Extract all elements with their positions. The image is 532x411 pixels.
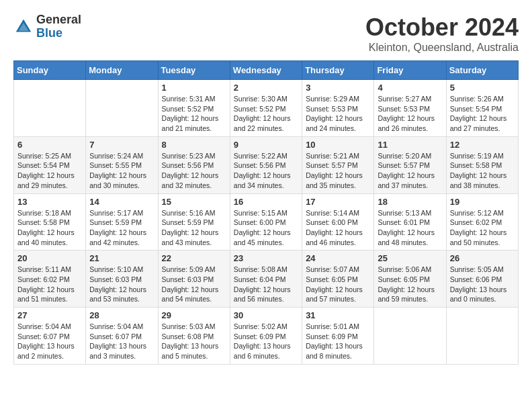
day-number: 25 <box>378 253 442 263</box>
calendar-cell: 13Sunrise: 5:18 AM Sunset: 5:58 PM Dayli… <box>14 193 86 250</box>
calendar-cell: 26Sunrise: 5:05 AM Sunset: 6:06 PM Dayli… <box>446 250 518 308</box>
day-detail: Sunrise: 5:09 AM Sunset: 6:03 PM Dayligh… <box>162 265 226 304</box>
logo-general-text: General <box>36 13 81 27</box>
calendar-cell: 4Sunrise: 5:27 AM Sunset: 5:53 PM Daylig… <box>374 80 446 137</box>
day-detail: Sunrise: 5:13 AM Sunset: 6:01 PM Dayligh… <box>378 208 442 248</box>
calendar-cell <box>86 80 158 137</box>
day-detail: Sunrise: 5:18 AM Sunset: 5:58 PM Dayligh… <box>17 208 82 248</box>
day-number: 21 <box>89 253 154 263</box>
day-detail: Sunrise: 5:04 AM Sunset: 6:07 PM Dayligh… <box>17 322 82 361</box>
calendar-cell: 1Sunrise: 5:31 AM Sunset: 5:52 PM Daylig… <box>158 80 230 137</box>
calendar-cell <box>14 80 86 137</box>
calendar-cell: 24Sunrise: 5:07 AM Sunset: 6:05 PM Dayli… <box>302 250 374 308</box>
day-number: 20 <box>17 253 82 263</box>
day-number: 6 <box>17 140 82 150</box>
logo: General Blue <box>13 13 81 40</box>
day-number: 9 <box>234 140 298 150</box>
day-number: 12 <box>450 140 515 150</box>
day-number: 30 <box>234 310 298 320</box>
calendar-cell: 18Sunrise: 5:13 AM Sunset: 6:01 PM Dayli… <box>374 193 446 250</box>
day-detail: Sunrise: 5:05 AM Sunset: 6:06 PM Dayligh… <box>450 265 515 304</box>
day-detail: Sunrise: 5:01 AM Sunset: 6:09 PM Dayligh… <box>306 322 370 361</box>
calendar-cell: 20Sunrise: 5:11 AM Sunset: 6:02 PM Dayli… <box>14 250 86 308</box>
day-number: 22 <box>162 253 226 263</box>
calendar-body: 1Sunrise: 5:31 AM Sunset: 5:52 PM Daylig… <box>14 80 519 365</box>
calendar-cell: 28Sunrise: 5:04 AM Sunset: 6:07 PM Dayli… <box>86 308 158 365</box>
calendar-cell: 10Sunrise: 5:21 AM Sunset: 5:57 PM Dayli… <box>302 136 374 193</box>
day-detail: Sunrise: 5:16 AM Sunset: 5:59 PM Dayligh… <box>162 208 226 248</box>
day-detail: Sunrise: 5:25 AM Sunset: 5:54 PM Dayligh… <box>17 151 82 191</box>
calendar-cell: 6Sunrise: 5:25 AM Sunset: 5:54 PM Daylig… <box>14 136 86 193</box>
logo-blue-text: Blue <box>36 27 81 40</box>
calendar-cell: 15Sunrise: 5:16 AM Sunset: 5:59 PM Dayli… <box>158 193 230 250</box>
day-detail: Sunrise: 5:29 AM Sunset: 5:53 PM Dayligh… <box>306 94 370 134</box>
day-number: 24 <box>306 253 370 263</box>
day-detail: Sunrise: 5:20 AM Sunset: 5:57 PM Dayligh… <box>378 151 442 191</box>
month-title: October 2024 <box>365 13 519 42</box>
page-header: General Blue October 2024 Kleinton, Quee… <box>13 13 519 54</box>
day-detail: Sunrise: 5:23 AM Sunset: 5:56 PM Dayligh… <box>162 151 226 191</box>
day-detail: Sunrise: 5:21 AM Sunset: 5:57 PM Dayligh… <box>306 151 370 191</box>
calendar-cell: 3Sunrise: 5:29 AM Sunset: 5:53 PM Daylig… <box>302 80 374 137</box>
day-number: 31 <box>306 310 370 320</box>
day-detail: Sunrise: 5:26 AM Sunset: 5:54 PM Dayligh… <box>450 94 515 134</box>
day-number: 13 <box>17 197 82 207</box>
day-detail: Sunrise: 5:12 AM Sunset: 6:02 PM Dayligh… <box>450 208 515 248</box>
calendar-cell <box>446 308 518 365</box>
calendar-cell: 27Sunrise: 5:04 AM Sunset: 6:07 PM Dayli… <box>14 308 86 365</box>
day-number: 28 <box>89 310 154 320</box>
day-number: 26 <box>450 253 515 263</box>
day-detail: Sunrise: 5:04 AM Sunset: 6:07 PM Dayligh… <box>89 322 154 361</box>
calendar-cell: 23Sunrise: 5:08 AM Sunset: 6:04 PM Dayli… <box>230 250 302 308</box>
day-number: 5 <box>450 83 515 93</box>
day-detail: Sunrise: 5:17 AM Sunset: 5:59 PM Dayligh… <box>89 208 154 248</box>
day-number: 1 <box>162 83 226 93</box>
day-number: 16 <box>234 197 298 207</box>
day-number: 4 <box>378 83 442 93</box>
calendar-cell: 25Sunrise: 5:06 AM Sunset: 6:05 PM Dayli… <box>374 250 446 308</box>
calendar-cell: 19Sunrise: 5:12 AM Sunset: 6:02 PM Dayli… <box>446 193 518 250</box>
calendar-cell: 22Sunrise: 5:09 AM Sunset: 6:03 PM Dayli… <box>158 250 230 308</box>
day-number: 17 <box>306 197 370 207</box>
day-detail: Sunrise: 5:22 AM Sunset: 5:56 PM Dayligh… <box>234 151 298 191</box>
calendar-cell <box>374 308 446 365</box>
weekday-header-saturday: Saturday <box>446 61 518 80</box>
title-section: October 2024 Kleinton, Queensland, Austr… <box>365 13 519 54</box>
day-number: 19 <box>450 197 515 207</box>
day-detail: Sunrise: 5:08 AM Sunset: 6:04 PM Dayligh… <box>234 265 298 304</box>
day-detail: Sunrise: 5:15 AM Sunset: 6:00 PM Dayligh… <box>234 208 298 248</box>
day-number: 10 <box>306 140 370 150</box>
calendar-cell: 9Sunrise: 5:22 AM Sunset: 5:56 PM Daylig… <box>230 136 302 193</box>
weekday-header-thursday: Thursday <box>302 61 374 80</box>
calendar-week-row: 27Sunrise: 5:04 AM Sunset: 6:07 PM Dayli… <box>14 308 519 365</box>
day-detail: Sunrise: 5:31 AM Sunset: 5:52 PM Dayligh… <box>162 94 226 134</box>
calendar-week-row: 20Sunrise: 5:11 AM Sunset: 6:02 PM Dayli… <box>14 250 519 308</box>
calendar-week-row: 13Sunrise: 5:18 AM Sunset: 5:58 PM Dayli… <box>14 193 519 250</box>
calendar-cell: 7Sunrise: 5:24 AM Sunset: 5:55 PM Daylig… <box>86 136 158 193</box>
calendar-cell: 14Sunrise: 5:17 AM Sunset: 5:59 PM Dayli… <box>86 193 158 250</box>
day-number: 14 <box>89 197 154 207</box>
day-detail: Sunrise: 5:07 AM Sunset: 6:05 PM Dayligh… <box>306 265 370 304</box>
calendar-cell: 21Sunrise: 5:10 AM Sunset: 6:03 PM Dayli… <box>86 250 158 308</box>
day-number: 27 <box>17 310 82 320</box>
day-detail: Sunrise: 5:10 AM Sunset: 6:03 PM Dayligh… <box>89 265 154 304</box>
day-detail: Sunrise: 5:14 AM Sunset: 6:00 PM Dayligh… <box>306 208 370 248</box>
day-detail: Sunrise: 5:27 AM Sunset: 5:53 PM Dayligh… <box>378 94 442 134</box>
day-number: 15 <box>162 197 226 207</box>
calendar-cell: 30Sunrise: 5:02 AM Sunset: 6:09 PM Dayli… <box>230 308 302 365</box>
day-number: 11 <box>378 140 442 150</box>
day-detail: Sunrise: 5:03 AM Sunset: 6:08 PM Dayligh… <box>162 322 226 361</box>
weekday-header-row: SundayMondayTuesdayWednesdayThursdayFrid… <box>14 61 519 80</box>
weekday-header-friday: Friday <box>374 61 446 80</box>
day-detail: Sunrise: 5:30 AM Sunset: 5:52 PM Dayligh… <box>234 94 298 134</box>
day-number: 2 <box>234 83 298 93</box>
weekday-header-wednesday: Wednesday <box>230 61 302 80</box>
calendar-cell: 5Sunrise: 5:26 AM Sunset: 5:54 PM Daylig… <box>446 80 518 137</box>
calendar-cell: 17Sunrise: 5:14 AM Sunset: 6:00 PM Dayli… <box>302 193 374 250</box>
day-detail: Sunrise: 5:02 AM Sunset: 6:09 PM Dayligh… <box>234 322 298 361</box>
weekday-header-tuesday: Tuesday <box>158 61 230 80</box>
calendar-header: SundayMondayTuesdayWednesdayThursdayFrid… <box>14 61 519 80</box>
calendar-cell: 12Sunrise: 5:19 AM Sunset: 5:58 PM Dayli… <box>446 136 518 193</box>
calendar-cell: 8Sunrise: 5:23 AM Sunset: 5:56 PM Daylig… <box>158 136 230 193</box>
day-number: 23 <box>234 253 298 263</box>
